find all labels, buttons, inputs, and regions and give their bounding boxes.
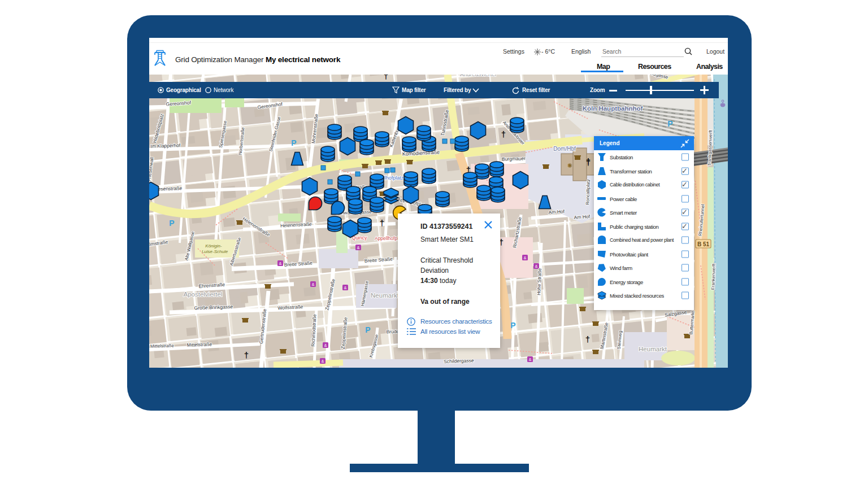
svg-text:&: & (524, 256, 527, 260)
svg-text:Frankenwerft: Frankenwerft (710, 263, 717, 290)
svg-text:Andreasviertel: Andreasviertel (460, 75, 496, 77)
svg-text:&: & (529, 358, 532, 361)
svg-text:Mittelstraße: Mittelstraße (187, 341, 212, 348)
svg-text:Luise-Schule: Luise-Schule (202, 249, 228, 254)
svg-text:Burgmauer: Burgmauer (502, 155, 526, 162)
svg-text:†: † (244, 350, 249, 360)
svg-text:†: † (380, 218, 384, 228)
svg-text:Köln Hauptbahnhof: Köln Hauptbahnhof (583, 105, 643, 112)
svg-text:Schildergasse: Schildergasse (444, 358, 474, 364)
svg-text:†: † (501, 129, 506, 139)
svg-text:&: & (312, 282, 315, 286)
svg-text:P: P (667, 119, 672, 128)
svg-text:Heumarkt: Heumarkt (639, 346, 667, 352)
svg-text:Am Hof: Am Hof (548, 208, 565, 215)
svg-text:Königin-: Königin- (205, 243, 222, 249)
svg-text:&: & (344, 286, 347, 290)
svg-text:Dom/Hbf: Dom/Hbf (553, 146, 576, 152)
svg-text:P: P (169, 219, 174, 228)
svg-text:&: & (322, 359, 324, 363)
svg-text:P: P (365, 325, 370, 334)
svg-text:Neumarkt: Neumarkt (371, 292, 400, 299)
svg-text:P: P (291, 138, 296, 147)
svg-text:P: P (510, 321, 515, 330)
svg-text:B 51: B 51 (697, 241, 710, 247)
svg-text:Hohe Straße: Hohe Straße (536, 268, 542, 295)
svg-text:†: † (384, 75, 388, 81)
svg-text:†: † (586, 156, 591, 166)
svg-text:Appellhofpl: Appellhofpl (375, 236, 398, 241)
svg-text:†: † (585, 334, 590, 344)
svg-text:Roncalliplatz: Roncalliplatz (585, 179, 591, 205)
svg-text:&: & (357, 246, 360, 250)
svg-text:&: & (324, 343, 327, 347)
svg-text:&: & (535, 264, 538, 268)
svg-text:Mittelstraße: Mittelstraße (150, 343, 175, 348)
svg-text:✺: ✺ (567, 162, 572, 169)
svg-text:&: & (279, 262, 282, 265)
svg-text:Apostelviertel: Apostelviertel (183, 291, 222, 298)
svg-text:Am Hof: Am Hof (574, 213, 591, 220)
